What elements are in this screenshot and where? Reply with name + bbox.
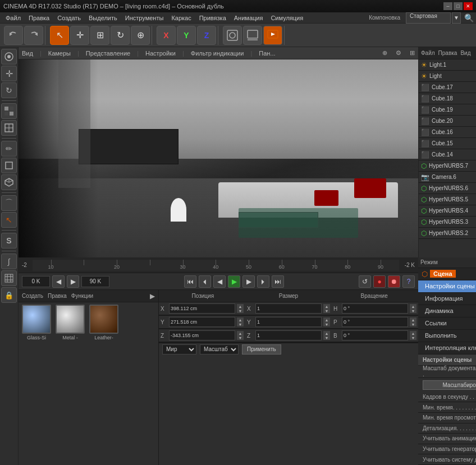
obj-item-cube15[interactable]: ⬛ Cube.15 — ✓ [419,138,476,149]
attr-menu-keyinterp[interactable]: Интерполяция ключей [418,342,476,354]
step-back-button[interactable]: ⏴ [199,275,211,288]
axis-z-button[interactable]: Z [197,26,216,45]
layout-preset-arrow[interactable]: ▼ [452,12,461,24]
left-tool-spline[interactable]: ⌒ [1,195,17,211]
menu-edit[interactable]: Правка [25,13,53,22]
left-tool-curve[interactable]: ∫ [1,254,17,269]
rot-p-up[interactable]: ▲ [410,317,417,322]
apply-transform-button[interactable]: Применить [242,344,281,354]
size-x-up[interactable]: ▲ [323,304,330,309]
left-tool-grid[interactable] [1,270,17,286]
attr-menu-scene-settings[interactable]: Настройки сцены [418,280,476,293]
scale-select[interactable]: Масштаб [200,344,239,354]
obj-item-hypernurbs3[interactable]: ⬡ HyperNURBS.3 — ✓ [419,217,476,228]
viewport-tab-cameras[interactable]: Камеры [48,50,71,57]
menu-wireframe[interactable]: Каркас [168,13,194,22]
mat-arrow-btn[interactable]: ▶ [150,292,155,300]
record-button[interactable]: ● [373,275,386,288]
size-z-up[interactable]: ▲ [323,331,330,335]
prev-frame-button[interactable]: ◀ [52,275,65,288]
left-tool-move[interactable]: ✛ [1,66,17,81]
maximize-button[interactable]: □ [454,2,463,10]
size-z-input[interactable] [255,330,322,340]
render-button[interactable] [263,26,282,45]
mat-item-glass[interactable]: Glass-Si [21,305,52,340]
pos-y-up[interactable]: ▲ [237,317,244,322]
transform-tool-button[interactable]: ⊕ [131,26,150,45]
viewport-tab-filter[interactable]: Фильтр индикации [191,50,244,57]
pos-x-input[interactable] [169,303,235,314]
search-icon[interactable]: 🔍 [464,13,474,22]
end-frame-input[interactable] [81,276,109,287]
left-tool-rotate[interactable]: ↻ [1,82,17,98]
menu-create[interactable]: Создать [54,13,84,22]
render-view-button[interactable] [243,26,262,45]
obj-item-cube17[interactable]: ⬛ Cube.17 — ✓ [419,82,476,93]
undo-button[interactable] [4,26,23,45]
render-settings-button[interactable] [223,26,242,45]
obj-item-hypernurbs5[interactable]: ⬡ HyperNURBS.5 — ✓ [419,194,476,205]
obj-item-cube19[interactable]: ⬛ Cube.19 — ● [419,104,476,116]
rot-b-input[interactable] [342,330,408,340]
pos-z-down[interactable]: ▼ [237,335,244,340]
left-tool-lock[interactable]: 🔒 [1,287,17,303]
help-button[interactable]: ? [402,275,415,288]
pos-x-down[interactable]: ▼ [237,309,244,313]
menu-tools[interactable]: Инструменты [122,13,167,22]
obj-item-hypernurbs6[interactable]: ⬡ HyperNURBS.6 — ✓ [419,183,476,194]
attr-menu-execute[interactable]: Выполнить [418,330,476,342]
rot-b-down[interactable]: ▼ [410,335,417,340]
pos-z-input[interactable] [169,330,235,340]
coord-system-select[interactable]: Мир Объект [162,344,196,354]
mat-functions-btn[interactable]: Функции [71,293,93,299]
axis-x-button[interactable]: X [157,26,176,45]
rot-h-input[interactable] [342,303,408,314]
obj-item-cube14[interactable]: ⬛ Cube.14 — ✓ [419,149,476,160]
layout-preset-label[interactable]: Стартовая [406,12,451,24]
axis-y-button[interactable]: Y [177,26,196,45]
go-start-button[interactable]: ⏮ [184,275,196,288]
step-back2-button[interactable]: ◀ [213,275,226,288]
pos-z-up[interactable]: ▲ [237,331,244,335]
size-x-down[interactable]: ▼ [323,309,330,313]
left-tool-checkerboard[interactable] [1,103,17,119]
viewport-tab-view[interactable]: Вид [22,50,33,57]
viewport-tab-settings[interactable]: Настройки [145,50,176,57]
go-end-button[interactable]: ⏭ [272,275,284,288]
mat-edit-btn[interactable]: Правка [48,293,67,299]
mat-item-metal[interactable]: Metal - [54,305,86,340]
obj-item-light[interactable]: ☀ Light — ✓ [419,71,476,82]
obj-item-cube18[interactable]: ⬛ Cube.18 — ✓ [419,93,476,104]
rot-h-up[interactable]: ▲ [410,304,417,309]
viewport-tab-pan[interactable]: Пан... [259,50,275,57]
attr-menu-dynamics[interactable]: Динамика [418,305,476,317]
viewport-nav-icon[interactable]: ⊕ [382,49,387,57]
pos-y-down[interactable]: ▼ [237,322,244,326]
close-button[interactable]: ✕ [464,2,473,10]
obj-item-light1[interactable]: ☀ Light.1 — ✓ [419,59,476,71]
size-y-input[interactable] [255,317,322,327]
obj-header-edit[interactable]: Правка [438,50,457,56]
obj-item-hypernurbs4[interactable]: ⬡ HyperNURBS.4 — ✓ [419,205,476,217]
left-tool-pen[interactable]: ✏ [1,141,17,156]
attr-menu-links[interactable]: Ссылки [418,317,476,330]
obj-item-cube20[interactable]: ⬛ Cube.20 — ✓ [419,116,476,127]
viewport-settings-icon[interactable]: ⚙ [396,49,401,57]
move-tool-button[interactable]: ✛ [70,26,89,45]
step-fwd-button[interactable]: ▶ [242,275,255,288]
next-frame-button[interactable]: ▶ [67,275,79,288]
minimize-button[interactable]: – [443,2,452,10]
rot-p-input[interactable] [342,317,408,327]
left-tool-render-wire[interactable] [1,120,17,136]
left-tool-cube3d[interactable] [1,174,17,190]
obj-header-view[interactable]: Вид [460,50,470,56]
attr-scale-doc-button[interactable]: Масштабировать документ... [423,380,476,390]
auto-key-button[interactable]: ⏺ [388,275,400,288]
step-fwd2-button[interactable]: ⏵ [257,275,269,288]
menu-simulation[interactable]: Симуляция [267,13,306,22]
size-x-input[interactable] [255,303,322,314]
obj-header-file[interactable]: Файл [421,50,435,56]
mat-create-btn[interactable]: Создать [22,293,43,299]
left-tool-box[interactable] [1,158,17,173]
redo-button[interactable] [24,26,43,45]
